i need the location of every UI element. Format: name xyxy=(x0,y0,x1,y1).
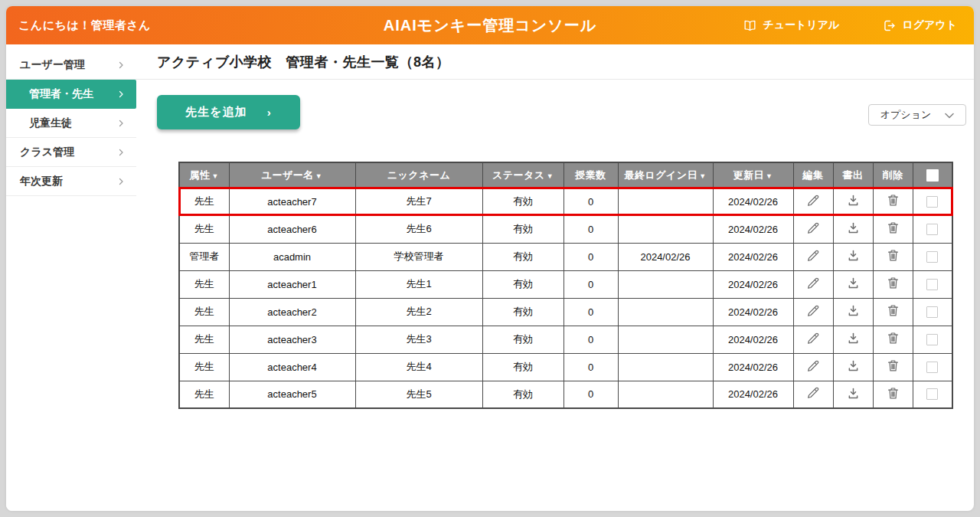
column-header-6[interactable]: 更新日▼ xyxy=(713,162,793,188)
column-header-label: 削除 xyxy=(883,169,903,181)
cell-export-button xyxy=(833,298,873,326)
edit-button[interactable] xyxy=(804,357,822,378)
cell-lessons: 0 xyxy=(564,353,618,381)
export-button[interactable] xyxy=(844,191,862,211)
cell-updated: 2024/02/26 xyxy=(713,188,793,215)
cell-select xyxy=(913,326,952,353)
cell-export-button xyxy=(833,353,873,381)
cell-select xyxy=(913,188,952,215)
column-header-1[interactable]: ユーザー名▼ xyxy=(229,162,355,188)
cell-delete-button xyxy=(873,270,913,298)
delete-button[interactable] xyxy=(884,219,902,239)
row-checkbox[interactable] xyxy=(926,362,938,373)
edit-button[interactable] xyxy=(804,191,822,212)
cell-nickname: 先生2 xyxy=(355,298,482,326)
sidebar-item-class-management[interactable]: クラス管理 xyxy=(6,138,136,167)
edit-button[interactable] xyxy=(804,247,822,267)
column-header-label: ニックネーム xyxy=(387,169,451,181)
delete-button[interactable] xyxy=(884,357,902,377)
column-header-5[interactable]: 最終ログイン日▼ xyxy=(618,162,713,188)
export-button[interactable] xyxy=(844,384,862,404)
export-button[interactable] xyxy=(844,329,862,349)
row-checkbox[interactable] xyxy=(926,388,938,400)
delete-button[interactable] xyxy=(884,274,902,294)
table-row-acteacher1: 先生acteacher1先生1有効02024/02/26 xyxy=(179,270,952,298)
cell-username: acadmin xyxy=(229,243,355,270)
delete-button[interactable] xyxy=(884,247,902,267)
cell-last_login xyxy=(618,215,713,243)
cell-export-button xyxy=(833,188,873,215)
cell-attribute: 先生 xyxy=(179,353,229,381)
edit-button[interactable] xyxy=(804,384,822,404)
row-checkbox[interactable] xyxy=(926,334,938,345)
trash-icon xyxy=(886,248,900,265)
delete-button[interactable] xyxy=(884,329,902,349)
table-row-acteacher4: 先生acteacher4先生4有効02024/02/26 xyxy=(179,353,952,381)
add-teacher-button[interactable]: 先生を追加 › xyxy=(157,95,300,129)
sidebar-item-label: 児童生徒 xyxy=(29,116,72,130)
tutorial-link[interactable]: チュートリアル xyxy=(743,18,839,33)
export-button[interactable] xyxy=(844,219,862,239)
cell-attribute: 先生 xyxy=(179,298,229,326)
logout-link[interactable]: ログアウト xyxy=(882,18,957,33)
delete-button[interactable] xyxy=(884,191,902,211)
row-checkbox[interactable] xyxy=(926,306,938,318)
column-header-select-all xyxy=(913,162,952,188)
cell-lessons: 0 xyxy=(564,326,618,353)
main-content: アクティブ小学校 管理者・先生一覧（8名） 先生を追加 › オプション xyxy=(136,44,974,511)
cell-username: acteacher4 xyxy=(229,353,355,381)
column-header-3[interactable]: ステータス▼ xyxy=(482,162,564,188)
sort-indicator-icon: ▼ xyxy=(699,172,706,180)
edit-button[interactable] xyxy=(804,329,822,350)
column-header-label: 編集 xyxy=(803,169,824,181)
edit-button[interactable] xyxy=(804,219,822,240)
cell-select xyxy=(913,353,952,381)
column-header-0[interactable]: 属性▼ xyxy=(179,162,229,188)
cell-username: acteacher2 xyxy=(229,298,355,326)
column-header-2: ニックネーム xyxy=(355,162,482,188)
delete-button[interactable] xyxy=(884,302,902,322)
sidebar-item-students[interactable]: 児童生徒 xyxy=(6,109,136,138)
row-checkbox[interactable] xyxy=(926,224,938,235)
cell-lessons: 0 xyxy=(564,188,618,215)
download-icon xyxy=(846,386,861,403)
pencil-icon xyxy=(805,331,821,348)
row-checkbox[interactable] xyxy=(926,251,938,263)
topbar-actions: チュートリアル ログアウト xyxy=(743,18,974,33)
cell-username: acteacher7 xyxy=(229,188,355,215)
edit-button[interactable] xyxy=(804,274,822,295)
cell-nickname: 先生3 xyxy=(355,326,482,353)
table-row-acadmin: 管理者acadmin学校管理者有効02024/02/262024/02/26 xyxy=(179,243,952,270)
cell-attribute: 先生 xyxy=(179,270,229,298)
table-row-acteacher6: 先生acteacher6先生6有効02024/02/26 xyxy=(179,215,952,243)
cell-lessons: 0 xyxy=(564,215,618,243)
sort-indicator-icon: ▼ xyxy=(212,172,219,180)
trash-icon xyxy=(886,386,900,403)
select-all-checkbox[interactable] xyxy=(926,169,939,182)
row-checkbox[interactable] xyxy=(926,279,938,290)
trash-icon xyxy=(886,193,900,210)
sidebar-item-admin-teacher[interactable]: 管理者・先生 xyxy=(6,80,136,109)
edit-button[interactable] xyxy=(804,302,822,322)
cell-attribute: 先生 xyxy=(179,326,229,353)
cell-edit-button xyxy=(793,188,833,215)
export-button[interactable] xyxy=(844,247,862,267)
teacher-table-wrapper: 属性▼ユーザー名▼ニックネームステータス▼授業数最終ログイン日▼更新日▼編集書出… xyxy=(178,162,974,409)
cell-updated: 2024/02/26 xyxy=(713,326,793,353)
pencil-icon xyxy=(805,358,821,376)
options-dropdown[interactable]: オプション xyxy=(868,104,966,126)
pencil-icon xyxy=(805,248,821,266)
cell-last_login: 2024/02/26 xyxy=(618,243,713,270)
sidebar-item-annual-update[interactable]: 年次更新 xyxy=(6,167,136,196)
export-button[interactable] xyxy=(844,302,862,322)
download-icon xyxy=(846,358,861,375)
cell-updated: 2024/02/26 xyxy=(713,381,793,408)
table-row-acteacher7: 先生acteacher7先生7有効02024/02/26 xyxy=(179,188,952,215)
row-checkbox[interactable] xyxy=(926,196,938,208)
sidebar-item-user-management[interactable]: ユーザー管理 xyxy=(6,51,136,80)
cell-delete-button xyxy=(873,243,913,270)
delete-button[interactable] xyxy=(884,384,902,404)
export-button[interactable] xyxy=(844,357,862,377)
cell-last_login xyxy=(618,326,713,353)
export-button[interactable] xyxy=(844,274,862,294)
